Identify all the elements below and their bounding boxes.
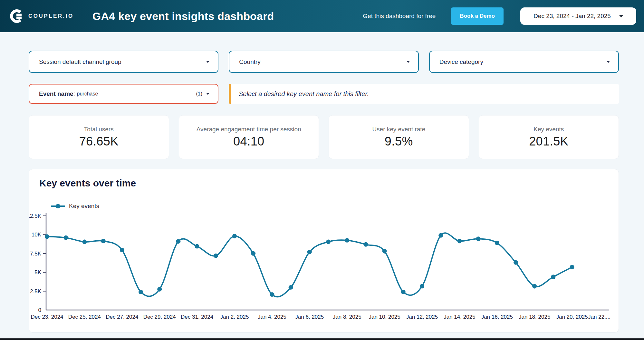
kpi-user-key-event-rate: User key event rate 9.5% (329, 115, 469, 159)
svg-text:Jan 6, 2025: Jan 6, 2025 (295, 314, 324, 320)
svg-text:Jan 18, 2025: Jan 18, 2025 (519, 314, 550, 320)
kpi-label: Key events (533, 126, 564, 133)
chevron-down-icon (407, 61, 410, 63)
svg-text:Jan 12, 2025: Jan 12, 2025 (406, 314, 438, 320)
svg-text:Jan 22,...: Jan 22,... (588, 314, 610, 320)
key-events-chart: 02.5K5K7.5K10K12.5KDec 23, 2024Dec 25, 2… (29, 169, 619, 332)
event-count-badge: (1) (196, 91, 202, 97)
svg-text:Jan 16, 2025: Jan 16, 2025 (481, 314, 513, 320)
chevron-down-icon (619, 15, 623, 17)
date-range-picker[interactable]: Dec 23, 2024 - Jan 22, 2025 (520, 7, 636, 25)
filters-row: Session default channel group Country De… (29, 51, 619, 73)
svg-text:Dec 27, 2024: Dec 27, 2024 (106, 314, 138, 320)
svg-text:Dec 29, 2024: Dec 29, 2024 (143, 314, 176, 320)
kpi-label: Total users (84, 126, 114, 133)
kpi-avg-engagement-time: Average engagement time per session 04:1… (179, 115, 319, 159)
svg-text:2.5K: 2.5K (30, 288, 42, 295)
kpi-total-users: Total users 76.65K (29, 115, 169, 159)
svg-text:Jan 8, 2025: Jan 8, 2025 (333, 314, 361, 320)
page-title: GA4 key event insights dashboard (92, 10, 274, 23)
main-content: Session default channel group Country De… (29, 51, 619, 333)
svg-text:Dec 25, 2024: Dec 25, 2024 (68, 314, 101, 320)
kpi-row: Total users 76.65K Average engagement ti… (29, 115, 619, 159)
svg-text:0: 0 (38, 307, 41, 313)
get-dashboard-link[interactable]: Get this dashboard for free (363, 13, 436, 20)
svg-text:Jan 14, 2025: Jan 14, 2025 (444, 314, 475, 320)
date-range-value: Dec 23, 2024 - Jan 22, 2025 (533, 13, 611, 20)
chevron-down-icon (607, 61, 610, 63)
svg-text:10K: 10K (32, 232, 42, 238)
key-events-chart-card: Key events over time Key events 02.5K5K7… (29, 169, 619, 333)
filter-country[interactable]: Country (229, 51, 418, 73)
svg-text:12.5K: 12.5K (29, 213, 42, 219)
kpi-label: Average engagement time per session (197, 126, 301, 133)
filter-hint-text: Select a desired key event name for this… (239, 90, 369, 98)
dashboard-page: COUPLER.IO GA4 key event insights dashbo… (0, 0, 644, 333)
chevron-down-icon (206, 93, 209, 95)
filter-device-category-label: Device category (439, 58, 483, 65)
filter-country-label: Country (239, 58, 261, 65)
event-filter-row: Event name : purchase (1) Select a desir… (29, 84, 619, 104)
kpi-value: 201.5K (529, 135, 568, 148)
svg-text:Dec 31, 2024: Dec 31, 2024 (181, 314, 213, 320)
bottom-edge-strip (0, 338, 644, 340)
event-name-label: Event name (39, 90, 73, 97)
filter-hint-box: Select a desired key event name for this… (229, 84, 619, 104)
filter-channel-group-label: Session default channel group (39, 58, 121, 65)
coupler-logo[interactable]: COUPLER.IO (10, 9, 74, 23)
header-bar: COUPLER.IO GA4 key event insights dashbo… (0, 0, 644, 32)
logo-text: COUPLER.IO (28, 13, 74, 19)
svg-text:Jan 4, 2025: Jan 4, 2025 (258, 314, 286, 320)
svg-text:Jan 10, 2025: Jan 10, 2025 (369, 314, 400, 320)
kpi-label: User key event rate (372, 126, 425, 133)
svg-text:Jan 20, 2025: Jan 20, 2025 (556, 314, 588, 320)
event-name-value: : purchase (74, 91, 98, 97)
kpi-value: 9.5% (385, 135, 413, 148)
svg-text:Dec 23, 2024: Dec 23, 2024 (31, 314, 63, 320)
kpi-value: 76.65K (79, 135, 119, 148)
chevron-down-icon (206, 61, 209, 63)
coupler-logo-icon (10, 9, 24, 23)
svg-text:5K: 5K (34, 269, 41, 275)
svg-text:Jan 2, 2025: Jan 2, 2025 (220, 314, 249, 320)
filter-channel-group[interactable]: Session default channel group (29, 51, 218, 73)
kpi-key-events: Key events 201.5K (479, 115, 619, 159)
kpi-value: 04:10 (233, 135, 264, 148)
book-demo-button[interactable]: Book a Demo (451, 7, 504, 25)
svg-text:7.5K: 7.5K (30, 251, 42, 257)
filter-event-name[interactable]: Event name : purchase (1) (29, 84, 218, 104)
filter-device-category[interactable]: Device category (429, 51, 619, 73)
